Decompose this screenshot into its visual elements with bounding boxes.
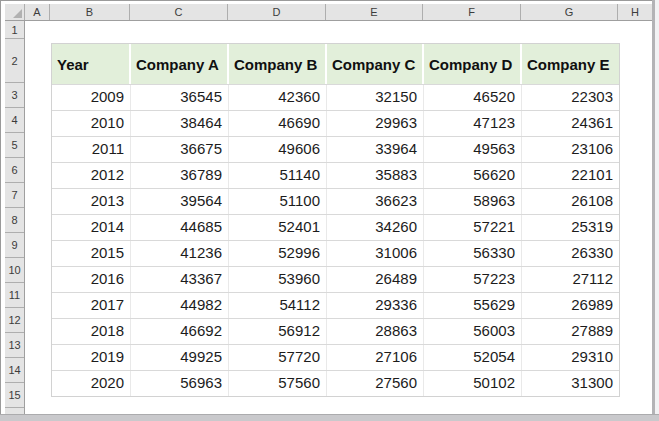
cell-F11[interactable]: 55629 [424,293,522,318]
column-header-D[interactable]: D [228,4,326,20]
cell-C2[interactable]: Company A [131,44,229,84]
cell-E10[interactable]: 26489 [327,267,424,292]
cell-G9[interactable]: 26330 [522,241,619,266]
cell-E6[interactable]: 35883 [327,163,424,188]
cell-C8[interactable]: 44685 [131,215,229,240]
cell-F12[interactable]: 56003 [424,319,522,344]
cell-B11[interactable]: 2017 [52,293,131,318]
column-header-B[interactable]: B [50,4,130,20]
cell-G7[interactable]: 26108 [522,189,619,214]
cell-D11[interactable]: 54112 [229,293,327,318]
cell-B13[interactable]: 2019 [52,345,131,370]
cell-C11[interactable]: 44982 [131,293,229,318]
cell-C4[interactable]: 38464 [131,111,229,136]
cell-D4[interactable]: 46690 [229,111,327,136]
cell-G10[interactable]: 27112 [522,267,619,292]
cell-B10[interactable]: 2016 [52,267,131,292]
column-header-E[interactable]: E [326,4,423,20]
cell-D6[interactable]: 51140 [229,163,327,188]
cell-C14[interactable]: 56963 [131,371,229,396]
cell-G5[interactable]: 23106 [522,137,619,162]
cell-F3[interactable]: 46520 [424,85,522,110]
cell-F2[interactable]: Company D [424,44,522,84]
row-header-11[interactable]: 11 [5,283,24,308]
cell-C6[interactable]: 36789 [131,163,229,188]
cell-B12[interactable]: 2018 [52,319,131,344]
cell-F9[interactable]: 56330 [424,241,522,266]
cell-D9[interactable]: 52996 [229,241,327,266]
cell-C5[interactable]: 36675 [131,137,229,162]
cell-E12[interactable]: 28863 [327,319,424,344]
cell-G3[interactable]: 22303 [522,85,619,110]
cell-G2[interactable]: Company E [522,44,619,84]
row-header-9[interactable]: 9 [5,233,24,258]
row-header-3[interactable]: 3 [5,83,24,108]
cell-E2[interactable]: Company C [327,44,424,84]
cell-D14[interactable]: 57560 [229,371,327,396]
cell-C3[interactable]: 36545 [131,85,229,110]
row-header-8[interactable]: 8 [5,208,24,233]
column-header-G[interactable]: G [521,4,618,20]
cell-B8[interactable]: 2014 [52,215,131,240]
cell-E14[interactable]: 27560 [327,371,424,396]
row-header-1[interactable]: 1 [5,21,24,39]
row-header-4[interactable]: 4 [5,108,24,133]
column-header-F[interactable]: F [423,4,521,20]
cell-C9[interactable]: 41236 [131,241,229,266]
column-header-A[interactable]: A [25,4,50,20]
cell-C10[interactable]: 43367 [131,267,229,292]
row-header-14[interactable]: 14 [5,358,24,383]
cell-F14[interactable]: 50102 [424,371,522,396]
cell-E11[interactable]: 29336 [327,293,424,318]
cell-C7[interactable]: 39564 [131,189,229,214]
select-all-corner[interactable] [5,4,25,20]
cell-G6[interactable]: 22101 [522,163,619,188]
cell-B5[interactable]: 2011 [52,137,131,162]
row-header-10[interactable]: 10 [5,258,24,283]
cell-D7[interactable]: 51100 [229,189,327,214]
cell-F13[interactable]: 52054 [424,345,522,370]
column-header-C[interactable]: C [130,4,228,20]
cell-B9[interactable]: 2015 [52,241,131,266]
cell-G13[interactable]: 29310 [522,345,619,370]
cell-B14[interactable]: 2020 [52,371,131,396]
cell-B2[interactable]: Year [52,44,131,84]
row-header-13[interactable]: 13 [5,333,24,358]
cell-C13[interactable]: 49925 [131,345,229,370]
cell-B7[interactable]: 2013 [52,189,131,214]
row-header-6[interactable]: 6 [5,158,24,183]
row-header-7[interactable]: 7 [5,183,24,208]
cell-F10[interactable]: 57223 [424,267,522,292]
cell-D13[interactable]: 57720 [229,345,327,370]
cell-B3[interactable]: 2009 [52,85,131,110]
row-header-12[interactable]: 12 [5,308,24,333]
cell-G11[interactable]: 26989 [522,293,619,318]
column-header-H[interactable]: H [618,4,652,20]
cell-G8[interactable]: 25319 [522,215,619,240]
cell-F7[interactable]: 58963 [424,189,522,214]
cell-E8[interactable]: 34260 [327,215,424,240]
cell-D8[interactable]: 52401 [229,215,327,240]
cell-E3[interactable]: 32150 [327,85,424,110]
cell-D5[interactable]: 49606 [229,137,327,162]
cell-D12[interactable]: 56912 [229,319,327,344]
cell-B4[interactable]: 2010 [52,111,131,136]
row-header-5[interactable]: 5 [5,133,24,158]
cell-E4[interactable]: 29963 [327,111,424,136]
cell-F4[interactable]: 47123 [424,111,522,136]
row-header-15[interactable]: 15 [5,383,24,408]
cell-E5[interactable]: 33964 [327,137,424,162]
cell-G4[interactable]: 24361 [522,111,619,136]
cell-F8[interactable]: 57221 [424,215,522,240]
cell-G14[interactable]: 31300 [522,371,619,396]
cell-E9[interactable]: 31006 [327,241,424,266]
cell-E13[interactable]: 27106 [327,345,424,370]
cell-E7[interactable]: 36623 [327,189,424,214]
cell-B6[interactable]: 2012 [52,163,131,188]
cell-F6[interactable]: 56620 [424,163,522,188]
cell-D2[interactable]: Company B [229,44,327,84]
cell-C12[interactable]: 46692 [131,319,229,344]
cell-D10[interactable]: 53960 [229,267,327,292]
cell-G12[interactable]: 27889 [522,319,619,344]
cell-F5[interactable]: 49563 [424,137,522,162]
